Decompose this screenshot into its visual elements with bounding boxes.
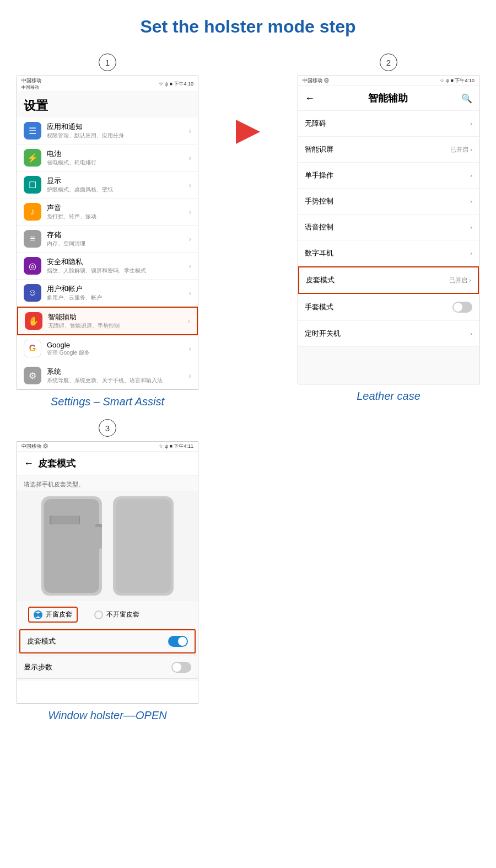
step3-statusbar: 中国移动 ⑧ ☆ ψ ■ 下午4:11 [17, 442, 198, 452]
top-row: 1 中国移动中国移动 ☆ ψ ■ 下午4:10 设置 ☰ 应用和通知 权限管理、… [17, 53, 479, 408]
radio-open-checked [34, 610, 42, 619]
radio-closed-label: 不开窗皮套 [106, 610, 139, 619]
smartassist-chevron: › [187, 317, 190, 325]
step2-circle: 2 [380, 53, 397, 71]
step3-radio-closed[interactable]: 不开窗皮套 [94, 610, 139, 619]
search-icon[interactable]: 🔍 [461, 93, 472, 104]
sound-chevron: › [188, 207, 191, 216]
toggle-holster-label: 皮套模式 [27, 636, 56, 646]
settings-item-apps[interactable]: ☰ 应用和通知 权限管理、默认应用、应用分身 › [17, 117, 198, 144]
step3-toggle-steps[interactable]: 显示步数 [17, 656, 198, 679]
svg-rect-0 [44, 499, 99, 593]
storage-icon: ≡ [24, 230, 41, 248]
step1-block: 1 中国移动中国移动 ☆ ψ ■ 下午4:10 设置 ☰ 应用和通知 权限管理、… [17, 53, 198, 408]
step3-screen-title: 皮套模式 [38, 457, 76, 470]
step3-block: 3 中国移动 ⑧ ☆ ψ ■ 下午4:11 ← 皮套模式 请选择手机皮套类型。 [17, 419, 198, 722]
step3-bottom-space [17, 681, 198, 703]
step3-screen: 中国移动 ⑧ ☆ ψ ■ 下午4:11 ← 皮套模式 请选择手机皮套类型。 [17, 441, 198, 704]
step3-time: ☆ ψ ■ 下午4:11 [159, 443, 193, 450]
glove-toggle[interactable] [452, 302, 472, 313]
step1-time: ☆ ψ ■ 下午4:10 [159, 81, 193, 88]
steps-toggle-off[interactable] [171, 662, 191, 673]
apps-icon: ☰ [24, 122, 41, 140]
step2-screen: 中国移动 ⑧ ☆ ψ ■ 下午4:10 ← 智能辅助 🔍 无障碍 › 智能识屏 … [298, 76, 479, 384]
display-text: 显示 护眼模式、桌面风格、壁纸 [47, 176, 188, 194]
settings-item-display[interactable]: ☐ 显示 护眼模式、桌面风格、壁纸 › [17, 172, 198, 199]
battery-icon: ⚡ [24, 149, 41, 167]
settings-item-sound[interactable]: ♪ 声音 免打扰、铃声、振动 › [17, 199, 198, 226]
step1-carrier: 中国移动中国移动 [21, 77, 41, 90]
step1-screen: 中国移动中国移动 ☆ ψ ■ 下午4:10 设置 ☰ 应用和通知 权限管理、默认… [17, 76, 198, 390]
step3-prompt: 请选择手机皮套类型。 [17, 476, 198, 491]
radio-closed-circle [94, 610, 103, 619]
step3-toggle-holster[interactable]: 皮套模式 [19, 629, 196, 653]
s2-item-accessibility[interactable]: 无障碍 › [298, 111, 479, 137]
step3-radio-row: 开窗皮套 不开窗皮套 [17, 601, 198, 628]
google-icon: G [24, 340, 41, 357]
step3-circle: 3 [99, 419, 116, 437]
storage-chevron: › [188, 234, 191, 243]
display-icon: ☐ [24, 176, 41, 194]
s2-item-gesture[interactable]: 手势控制 › [298, 189, 479, 215]
battery-text: 电池 省电模式、耗电排行 [47, 149, 188, 167]
step1-screen-title: 设置 [17, 92, 198, 117]
holster-toggle-on[interactable] [168, 636, 188, 647]
sound-text: 声音 免打扰、铃声、振动 [47, 203, 188, 221]
system-chevron: › [188, 371, 191, 380]
arrow-right-icon [236, 120, 260, 144]
step-arrow [231, 120, 265, 144]
security-text: 安全和隐私 指纹、人脸解锁、锁屏和密码、学生模式 [47, 257, 188, 275]
system-icon: ⚙ [24, 367, 41, 384]
step2-carrier: 中国移动 ⑧ [303, 77, 329, 84]
phone-open-svg [41, 496, 102, 596]
settings-item-storage[interactable]: ≡ 存储 内存、空间清理 › [17, 226, 198, 253]
security-icon: ◎ [24, 257, 41, 275]
step1-circle: 1 [99, 53, 116, 71]
bottom-row: 3 中国移动 ⑧ ☆ ψ ■ 下午4:11 ← 皮套模式 请选择手机皮套类型。 [17, 419, 479, 722]
s2-item-earphone[interactable]: 数字耳机 › [298, 240, 479, 266]
settings-item-battery[interactable]: ⚡ 电池 省电模式、耗电排行 › [17, 144, 198, 172]
radio-open-label: 开窗皮套 [46, 610, 72, 619]
s2-item-smartscreen[interactable]: 智能识屏 已开启 › [298, 137, 479, 163]
s2-item-voice[interactable]: 语音控制 › [298, 215, 479, 240]
accounts-chevron: › [188, 288, 191, 297]
storage-text: 存储 内存、空间清理 [47, 230, 188, 248]
smartassist-text: 智能辅助 无障碍、智能识屏、手势控制 [48, 312, 187, 330]
s2-item-glove[interactable]: 手套模式 [298, 294, 479, 321]
svg-rect-1 [50, 516, 80, 524]
svg-rect-3 [116, 499, 171, 593]
system-text: 系统 系统导航、系统更新、关于手机、语言和输入法 [47, 367, 188, 384]
step1-statusbar: 中国移动中国移动 ☆ ψ ■ 下午4:10 [17, 76, 198, 92]
s2-item-onehand[interactable]: 单手操作 › [298, 163, 479, 189]
apps-text: 应用和通知 权限管理、默认应用、应用分身 [47, 122, 188, 140]
step2-block: 2 中国移动 ⑧ ☆ ψ ■ 下午4:10 ← 智能辅助 🔍 无障碍 › 智能识… [298, 53, 479, 403]
step2-header: ← 智能辅助 🔍 [298, 86, 479, 111]
step3-radio-open[interactable]: 开窗皮套 [28, 607, 78, 623]
step3-carrier: 中国移动 ⑧ [21, 443, 48, 450]
back-arrow-icon[interactable]: ← [305, 93, 315, 104]
step1-caption: Settings – Smart Assist [51, 395, 164, 408]
accounts-text: 用户和帐户 多用户、云服务、帐户 [47, 284, 188, 302]
sound-icon: ♪ [24, 203, 41, 221]
step3-phone-open [41, 496, 102, 596]
settings-item-smartassist[interactable]: ✋ 智能辅助 无障碍、智能识屏、手势控制 › [17, 307, 198, 335]
s2-item-timer[interactable]: 定时开关机 › [298, 321, 479, 347]
google-chevron: › [188, 344, 191, 353]
step2-statusbar: 中国移动 ⑧ ☆ ψ ■ 下午4:10 [298, 76, 479, 86]
step2-screen-title: 智能辅助 [368, 92, 408, 105]
settings-item-google[interactable]: G Google 管理 Google 服务 › [17, 335, 198, 362]
toggle-steps-label: 显示步数 [24, 662, 52, 672]
settings-item-system[interactable]: ⚙ 系统 系统导航、系统更新、关于手机、语言和输入法 › [17, 362, 198, 389]
phone-closed-svg [113, 496, 174, 596]
svg-rect-2 [95, 524, 102, 546]
battery-chevron: › [188, 153, 191, 162]
smartassist-icon: ✋ [25, 312, 42, 330]
settings-item-accounts[interactable]: ☺ 用户和帐户 多用户、云服务、帐户 › [17, 280, 198, 307]
accounts-icon: ☺ [24, 284, 41, 302]
step3-back-icon[interactable]: ← [24, 458, 34, 469]
step2-caption: Leather case [357, 390, 420, 403]
display-chevron: › [188, 180, 191, 189]
s2-item-holster[interactable]: 皮套模式 已开启 › [298, 266, 479, 294]
step3-phones [17, 491, 198, 601]
settings-item-security[interactable]: ◎ 安全和隐私 指纹、人脸解锁、锁屏和密码、学生模式 › [17, 253, 198, 280]
